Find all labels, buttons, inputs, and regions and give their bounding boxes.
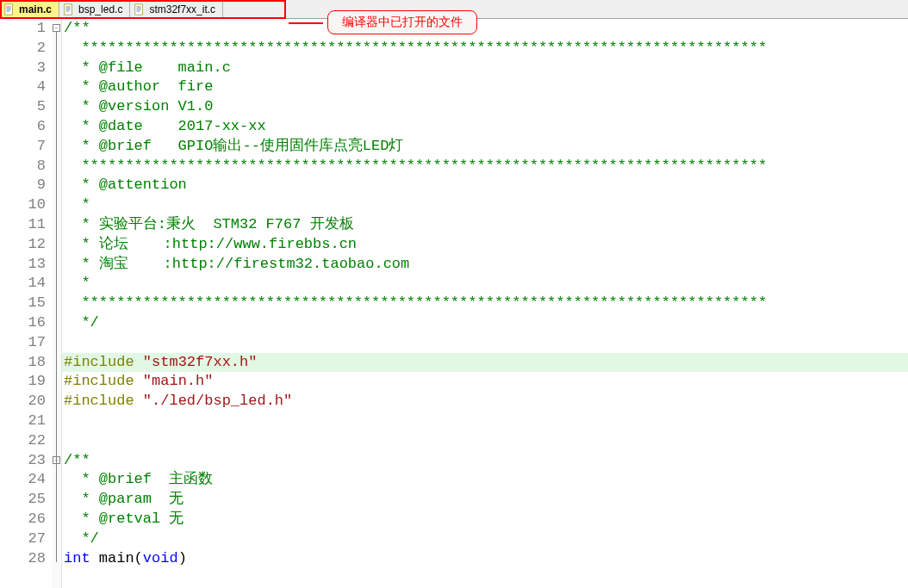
code-line: * @retval 无 — [62, 510, 908, 529]
fold-toggle-icon[interactable]: − — [53, 24, 60, 32]
svg-rect-8 — [66, 9, 71, 10]
code-line: * @author fire — [62, 77, 908, 97]
code-line: #include "main.h" — [62, 372, 908, 392]
callout: 编译器中已打开的文件 — [327, 10, 477, 34]
code-line: * — [62, 274, 908, 294]
svg-rect-7 — [66, 8, 71, 9]
code-line: #include "stm32f7xx.h" — [62, 353, 908, 373]
code-line: * 实验平台:秉火 STM32 F767 开发板 — [62, 215, 908, 235]
svg-rect-12 — [137, 8, 141, 9]
tab-stm32f7xx_it-c[interactable]: stm32f7xx_it.c — [130, 0, 223, 18]
code-line: * @file main.c — [62, 59, 908, 78]
svg-rect-2 — [7, 8, 11, 9]
svg-rect-1 — [7, 6, 11, 7]
file-icon — [63, 3, 75, 15]
tab-label: main.c — [19, 3, 52, 15]
svg-rect-13 — [137, 9, 141, 10]
callout-text: 编译器中已打开的文件 — [327, 10, 477, 34]
code-line: */ — [62, 529, 908, 549]
code-line — [62, 412, 908, 431]
file-icon — [3, 3, 16, 15]
code-line: * 论坛 :http://www.firebbs.cn — [62, 235, 908, 255]
svg-rect-11 — [137, 6, 141, 7]
code-line: ****************************************… — [62, 157, 908, 176]
code-line: * — [62, 195, 908, 215]
file-icon — [134, 3, 146, 15]
code-line: * 淘宝 :http://firestm32.taobao.com — [62, 255, 908, 275]
line-number-gutter: 1234567891011121314151617181920212223242… — [0, 19, 52, 588]
svg-rect-9 — [66, 10, 70, 11]
code-line: ****************************************… — [62, 294, 908, 313]
code-line: * @brief GPIO输出--使用固件库点亮LED灯 — [62, 137, 908, 157]
code-line: * @date 2017-xx-xx — [62, 117, 908, 137]
code-line: * @version V1.0 — [62, 97, 908, 117]
code-line: /** — [62, 19, 908, 39]
svg-rect-3 — [7, 9, 11, 10]
tab-label: bsp_led.c — [78, 3, 122, 15]
code-line: /** — [62, 451, 908, 471]
svg-rect-6 — [66, 6, 71, 7]
tab-label: stm32f7xx_it.c — [149, 3, 215, 15]
code-line: * @attention — [62, 176, 908, 195]
code-line: */ — [62, 313, 908, 333]
code-line: #include "./led/bsp_led.h" — [62, 392, 908, 412]
tab-bsp_led-c[interactable]: bsp_led.c — [59, 0, 130, 18]
code-line: ****************************************… — [62, 39, 908, 59]
code-line — [62, 431, 908, 451]
code-area[interactable]: /** ************************************… — [62, 19, 908, 588]
code-line: * @param 无 — [62, 490, 908, 510]
code-line: * @brief 主函数 — [62, 470, 908, 490]
code-line — [62, 333, 908, 353]
code-editor[interactable]: 1234567891011121314151617181920212223242… — [0, 19, 908, 588]
svg-rect-14 — [137, 10, 140, 11]
svg-rect-4 — [7, 10, 10, 11]
callout-leader-line — [289, 22, 323, 24]
tab-main-c[interactable]: main.c — [0, 0, 59, 18]
code-line: int main(void) — [62, 549, 908, 569]
fold-column: −− — [52, 19, 62, 588]
